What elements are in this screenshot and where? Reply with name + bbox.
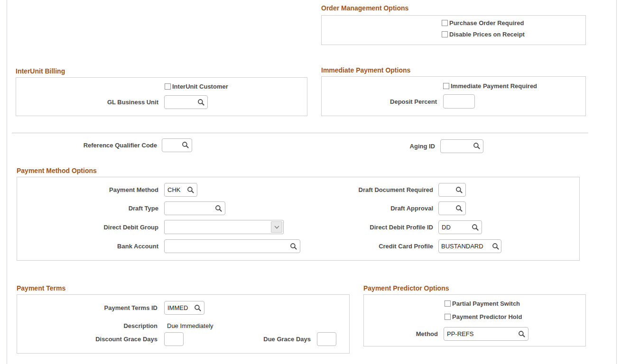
magnifier-icon[interactable]	[472, 224, 479, 231]
deposit-percent-input[interactable]	[444, 95, 474, 108]
magnifier-icon[interactable]	[197, 99, 205, 106]
payment-terms-id-label: Payment Terms ID	[17, 304, 158, 311]
partial-payment-switch-label: Partial Payment Switch	[452, 300, 520, 307]
reference-qualifier-code-field	[162, 138, 192, 152]
draft-type-field	[164, 201, 225, 215]
payment-terms-title: Payment Terms	[17, 284, 65, 292]
method-field	[444, 327, 528, 341]
partial-payment-switch-row: Partial Payment Switch	[445, 300, 520, 307]
bank-account-row: Bank Account	[17, 239, 300, 253]
reference-qualifier-code-label: Reference Qualifier Code	[7, 142, 157, 149]
disable-prices-on-receipt-label: Disable Prices on Receipt	[449, 31, 525, 38]
description-row: Description Due Immediately	[17, 321, 213, 330]
payment-terms-id-row: Payment Terms ID	[17, 301, 204, 315]
draft-document-required-label: Draft Document Required	[283, 186, 433, 193]
draft-document-required-field	[438, 183, 466, 197]
credit-card-profile-field	[438, 239, 501, 253]
chevron-down-icon[interactable]	[271, 221, 282, 233]
description-label: Description	[17, 322, 158, 329]
magnifier-icon[interactable]	[215, 205, 222, 212]
description-value: Due Immediately	[167, 322, 213, 329]
due-grace-days-field	[317, 332, 336, 346]
discount-grace-days-row: Discount Grace Days	[17, 332, 184, 346]
payment-predictor-hold-row: Payment Predictor Hold	[445, 313, 522, 320]
credit-card-profile-row: Credit Card Profile	[283, 239, 501, 253]
interunit-billing-groupbox: InterUnit Customer GL Business Unit	[16, 77, 307, 116]
credit-card-profile-label: Credit Card Profile	[283, 243, 433, 250]
bank-account-label: Bank Account	[17, 243, 158, 250]
payment-predictor-hold-label: Payment Predictor Hold	[452, 313, 522, 320]
purchase-order-required-checkbox[interactable]	[442, 20, 448, 26]
method-label: Method	[364, 330, 438, 337]
disable-prices-on-receipt-checkbox[interactable]	[442, 31, 448, 37]
payment-method-options-title: Payment Method Options	[17, 167, 97, 174]
draft-type-row: Draft Type	[17, 201, 225, 215]
deposit-percent-row: Deposit Percent	[322, 94, 475, 109]
order-management-options-title: Order Management Options	[321, 4, 408, 12]
discount-grace-days-label: Discount Grace Days	[17, 336, 158, 343]
partial-payment-switch-checkbox[interactable]	[445, 300, 451, 307]
magnifier-icon[interactable]	[187, 186, 195, 194]
discount-grace-days-field	[164, 332, 184, 346]
page-frame-right-border	[616, 0, 617, 364]
immediate-payment-required-row: Immediate Payment Required	[443, 82, 537, 90]
deposit-percent-label: Deposit Percent	[322, 98, 437, 105]
direct-debit-group-row: Direct Debit Group	[17, 220, 284, 234]
immediate-payment-options-groupbox: Immediate Payment Required Deposit Perce…	[321, 76, 586, 116]
payment-method-label: Payment Method	[17, 186, 158, 193]
direct-debit-group-select[interactable]	[164, 220, 284, 234]
method-input[interactable]	[444, 328, 528, 340]
gl-business-unit-field	[164, 95, 208, 109]
draft-approval-row: Draft Approval	[283, 201, 466, 215]
interunit-customer-label: InterUnit Customer	[172, 83, 228, 90]
immediate-payment-required-label: Immediate Payment Required	[451, 82, 537, 90]
vendor-payment-options-page: Order Management Options Purchase Order …	[0, 0, 621, 364]
interunit-customer-checkbox[interactable]	[165, 83, 171, 90]
section-divider	[12, 133, 588, 133]
magnifier-icon[interactable]	[194, 304, 202, 312]
bank-account-input[interactable]	[165, 240, 300, 253]
purchase-order-required-row: Purchase Order Required	[442, 19, 524, 27]
draft-document-required-row: Draft Document Required	[283, 183, 466, 197]
magnifier-icon[interactable]	[182, 141, 189, 149]
due-grace-days-row: Due Grace Days	[207, 332, 336, 346]
direct-debit-profile-id-label: Direct Debit Profile ID	[283, 224, 433, 231]
gl-business-unit-label: GL Business Unit	[16, 99, 158, 106]
disable-prices-on-receipt-row: Disable Prices on Receipt	[442, 31, 525, 38]
page-frame-left-border	[7, 0, 7, 364]
payment-method-options-groupbox: Payment Method Draft Type Direct Debit G…	[17, 177, 580, 261]
interunit-billing-title: InterUnit Billing	[16, 67, 65, 75]
due-grace-days-input[interactable]	[317, 333, 336, 346]
purchase-order-required-label: Purchase Order Required	[449, 19, 524, 27]
gl-business-unit-row: GL Business Unit	[16, 95, 208, 109]
immediate-payment-required-checkbox[interactable]	[443, 83, 449, 89]
deposit-percent-field	[443, 94, 475, 109]
bank-account-field	[164, 239, 300, 253]
interunit-customer-row: InterUnit Customer	[165, 83, 228, 90]
payment-predictor-options-groupbox: Partial Payment Switch Payment Predictor…	[363, 294, 586, 346]
method-row: Method	[364, 327, 528, 341]
draft-approval-field	[438, 201, 466, 215]
draft-approval-label: Draft Approval	[283, 205, 433, 212]
aging-id-label: Aging ID	[332, 143, 435, 150]
draft-type-label: Draft Type	[17, 205, 158, 212]
payment-predictor-options-title: Payment Predictor Options	[363, 284, 449, 292]
discount-grace-days-input[interactable]	[165, 333, 183, 346]
direct-debit-group-label: Direct Debit Group	[17, 224, 158, 231]
magnifier-icon[interactable]	[518, 330, 526, 338]
aging-id-row: Aging ID	[332, 139, 483, 153]
direct-debit-profile-id-field	[438, 220, 482, 234]
immediate-payment-options-title: Immediate Payment Options	[321, 66, 410, 74]
magnifier-icon[interactable]	[492, 243, 500, 250]
order-management-options-groupbox: Purchase Order Required Disable Prices o…	[321, 15, 586, 45]
payment-predictor-hold-checkbox[interactable]	[445, 314, 451, 320]
payment-method-row: Payment Method	[17, 183, 197, 197]
direct-debit-profile-id-row: Direct Debit Profile ID	[283, 220, 482, 234]
aging-id-field	[440, 139, 483, 153]
payment-method-field	[164, 183, 197, 197]
magnifier-icon[interactable]	[455, 186, 463, 194]
magnifier-icon[interactable]	[473, 142, 481, 150]
magnifier-icon[interactable]	[455, 205, 463, 212]
payment-terms-id-field	[164, 301, 204, 315]
reference-qualifier-code-row: Reference Qualifier Code	[7, 138, 192, 152]
